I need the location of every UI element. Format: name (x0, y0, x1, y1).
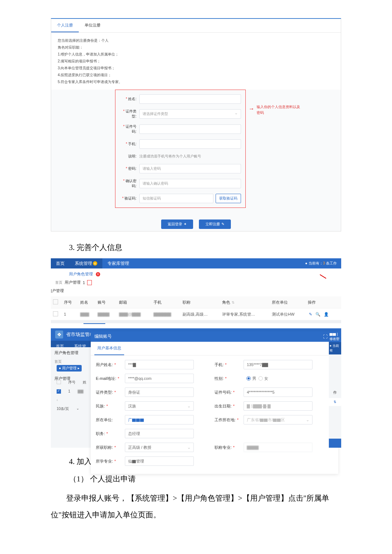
nav-home[interactable]: 首页 (51, 258, 70, 268)
back-to-login-button[interactable]: 返回登录✦ (161, 219, 193, 229)
label-captcha: * 验证码: (119, 196, 139, 201)
nav-experts[interactable]: 专家库管理 (102, 260, 134, 267)
label-workloc: 工作所在地:* (215, 417, 244, 423)
input-password[interactable]: 请输入密码 (139, 164, 241, 173)
input-duty[interactable]: 总经理 (125, 429, 194, 438)
paragraph: 登录申报人账号，【系统管理】>【用户角色管理】>【用户管理】点击"所属单位"按钮… (51, 490, 341, 523)
tab-indicator (83, 323, 105, 324)
modal-title: 编辑账号 (94, 333, 112, 340)
top-nav: 首页 系统管理6 专家库管理 ● 当前有：3 条工作 (51, 258, 341, 268)
bg-checkbox-checked[interactable] (57, 389, 61, 394)
input-idno[interactable] (139, 124, 241, 134)
input-email[interactable]: ****@qq.com (125, 374, 194, 383)
input-idtype[interactable]: 身份证 (125, 387, 194, 397)
cell-seq: 1 (62, 308, 78, 320)
info-line: 您当前选择的注册身份是：个人 (58, 37, 334, 44)
view-icon[interactable]: 🔍 (315, 312, 320, 317)
col-role[interactable]: 角色⇅ (220, 296, 270, 308)
nav-system[interactable]: 系统管理6 (70, 258, 102, 268)
col-ops: 操作 (306, 296, 341, 308)
top-right-status: ● 当前有：3 条工作 (305, 261, 341, 266)
expand-icon[interactable]: ⛶ (323, 334, 327, 339)
right-strip: ▇▇ |修改密 ● 当前有 作 ⇅ (329, 331, 341, 448)
input-name[interactable] (139, 94, 241, 104)
breadcrumb-row-2: 首页 用户管理1 (51, 280, 341, 288)
label-birth: 出生日期:* (215, 403, 244, 409)
tab-personal-register[interactable]: 个人注册 (51, 19, 79, 32)
bg-checkbox[interactable] (57, 380, 61, 384)
edit-icon[interactable]: ✎ (309, 312, 312, 317)
radio-gender[interactable]: 男 女 (244, 374, 313, 383)
label-org: 所在单位: (96, 417, 125, 423)
phone-hint: 注册成功后手机号将作为个人用户账号 (139, 154, 201, 159)
crumb-user-mgmt[interactable]: 用户管理 (65, 280, 81, 285)
select-title[interactable]: 正高级 / 教授 (125, 443, 194, 452)
bg-crumb: 首页 ● 用户管理 ▸ (51, 358, 94, 373)
radio-male[interactable] (246, 376, 251, 381)
label-name: * 姓名: (119, 97, 139, 102)
checkbox-row[interactable] (53, 311, 58, 316)
sidebar-item-role[interactable]: 用户角色管理 (51, 347, 94, 358)
registration-screenshot: 个人注册 单位注册 您当前选择的注册身份是：个人 角色对应职能： 1.维护个人信… (51, 18, 341, 231)
input-captcha[interactable]: 短信验证码 (139, 194, 213, 203)
info-line: 3.向本单位管理员提交项目申报书； (58, 65, 334, 71)
badge-icon: 6 (93, 261, 97, 266)
col-account: 账号 (95, 296, 117, 308)
chevron-down-icon[interactable]: ⌄ (76, 406, 79, 411)
cell-phone: ▇▇▇▇▇▇ (151, 308, 180, 320)
sidebar-item-usermgr-active[interactable]: ● 用户管理 ▸ (57, 365, 82, 372)
strip-sort-icon[interactable]: ⇅ (329, 398, 341, 406)
info-line: 1.维护个人信息，申请加入所属单位； (58, 51, 334, 58)
annotation-arrow-icon (301, 274, 319, 275)
user-table: 序号 姓名 账号 邮箱 手机 职称 角色⇅ 所在单位 操作 1 ▇▇▇ ▇▇▇▇… (51, 296, 341, 320)
sort-icon[interactable]: ⇅ (232, 300, 234, 304)
tab-user-basic-info[interactable]: 用户基本信息 (94, 342, 124, 355)
input-phone[interactable] (139, 139, 241, 149)
col-org: 所在单位 (270, 296, 306, 308)
register-buttons: 返回登录✦ 立即注册✎ (51, 214, 341, 231)
label-nation: 民族:* (96, 403, 125, 409)
register-tabs: 个人注册 单位注册 (51, 19, 341, 33)
user-icon[interactable]: 👤 (324, 312, 329, 317)
cell-email: ▇▇▇@▇▇▇ (117, 308, 151, 320)
input-username[interactable]: ***▇ (125, 360, 194, 369)
tab-unit-register[interactable]: 单位注册 (79, 19, 106, 32)
cell-role: 评审专家,系统管… (220, 308, 270, 320)
select-workloc[interactable]: 广东省/▇▇市/▇▇区 (244, 415, 313, 424)
table-row[interactable]: 1 ▇▇▇ ▇▇▇▇ ▇▇▇@▇▇▇ ▇▇▇▇▇▇ 副高级,高级… 评审专家,系… (51, 308, 341, 320)
info-line: 5.符合专家入库条件时可申请成为专家。 (58, 78, 334, 85)
input-birth[interactable]: ▇ 1▇▇▇-▇-▇ (244, 401, 313, 411)
checkbox-all[interactable] (53, 299, 58, 304)
input-major[interactable]: 仙▇管理 (125, 456, 194, 466)
input-password-confirm[interactable]: 请输入确认密码 (139, 179, 241, 188)
select-idtype[interactable]: 请选择证件类型 (139, 109, 241, 119)
radio-female[interactable] (258, 376, 263, 381)
strip-op-label: 作 (329, 387, 341, 398)
section-subhead: |户管理 (51, 288, 341, 296)
system-title: 省市场监管/ (66, 331, 91, 338)
label-idtype: * 证件类型: (119, 109, 139, 119)
input-titlemajor[interactable]: ▇▇▇▇ (244, 443, 313, 452)
select-nation[interactable]: 汉族 (125, 401, 194, 411)
modal-tabs: 用户基本信息 (91, 342, 338, 356)
crumb-user-role[interactable]: 用户角色管理 (69, 271, 93, 277)
register-form-highlight: * 姓名: * 证件类型: 请选择证件类型 * 证件号码: * 手机: 说明: (115, 90, 246, 208)
label-email: E-mail地址:* (96, 376, 125, 381)
section-heading-3: 3. 完善个人信息 (69, 242, 341, 253)
breadcrumb-row-1: 用户角色管理6 (51, 268, 341, 280)
get-captcha-button[interactable]: 获取验证码 (216, 194, 241, 203)
label-password-confirm: * 确认密码: (119, 178, 139, 189)
cursor-highlight-icon (87, 280, 92, 285)
input-idno[interactable]: 4***************5 (244, 387, 313, 397)
input-org[interactable]: 广▇▇▇ (125, 415, 194, 424)
label-titlemajor: 职称专业:* (215, 445, 244, 450)
crumb-home[interactable]: 首页 (55, 280, 62, 285)
cell-title: 副高级,高级… (180, 308, 220, 320)
info-line: 角色对应职能： (58, 44, 334, 51)
input-phone[interactable]: 135****7▇▇ (244, 360, 313, 369)
col-title: 职称 (180, 296, 220, 308)
label-major: 所学专业:* (96, 459, 125, 464)
submit-register-button[interactable]: 立即注册✎ (199, 219, 231, 229)
strip-text-2: ● 当前有 (329, 342, 341, 354)
badge-icon: 6 (96, 272, 100, 276)
